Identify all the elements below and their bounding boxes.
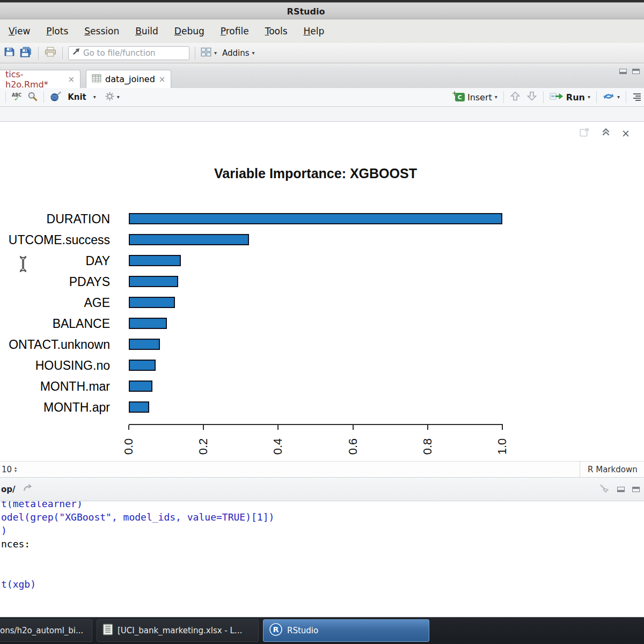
taskbar-item-ons-h2o-automl-bi-[interactable]: ons/h2o_automl_bi... [0,619,92,642]
document-type-selector[interactable]: R Markdown [580,462,644,477]
menu-build[interactable]: Build [135,26,158,36]
chart-category-label: MONTH.mar [40,379,110,393]
menu-tools[interactable]: Tools [265,26,288,36]
chevron-down-icon: ▾ [214,50,217,56]
go-next-chunk-icon[interactable] [526,91,537,104]
title-bar[interactable]: RStudio [0,0,644,19]
document-outline-icon[interactable] [632,93,641,101]
close-tab-icon[interactable]: × [159,75,166,84]
run-button[interactable]: Run ▾ [550,92,590,103]
table-icon [92,74,101,85]
print-icon[interactable] [44,47,57,59]
rstudio-window: RStudio ViewPlotsSessionBuildDebugProfil… [0,0,644,644]
axis-tick [277,425,279,430]
knit-button[interactable]: Knit ▾ [68,92,96,102]
close-tab-icon[interactable]: × [68,75,75,84]
goto-file-box[interactable] [68,46,189,60]
tab-tics-h2o-rmd-[interactable]: tics-h2o.Rmd*× [0,70,80,88]
insert-chunk-button[interactable]: +C Insert ▾ [455,92,497,103]
toolbar-separator [43,91,44,103]
console-output[interactable]: t(metalearner)odel(grep("XGBoost", model… [0,501,644,617]
maximize-pane-icon[interactable] [632,69,640,74]
console-line [1,564,644,577]
minimize-console-icon[interactable] [617,487,625,492]
chart-row: ONTACT.unknown [0,334,644,355]
axis-tick-label: 0.0 [122,438,136,455]
save-all-icon[interactable] [20,47,33,60]
toolbar-separator [596,91,597,103]
console-line: odel(grep("XGBoost", model_ids, value=TR… [1,510,644,524]
goto-directory-icon[interactable] [23,484,33,494]
chart-row: AGE [0,292,644,313]
search-icon[interactable] [27,91,38,104]
rerun-icon [603,92,614,103]
chart-bar [129,360,156,371]
menu-profile[interactable]: Profile [221,26,249,36]
variable-importance-chart: Variable Importance: XGBOOST DURATIONUTC… [0,122,644,461]
chart-bar [129,401,149,413]
text-cursor-pointer [18,255,28,275]
menu-help[interactable]: Help [304,26,325,36]
axis-tick [128,425,129,430]
chart-category-label: DURATION [47,211,110,226]
chart-row: DURATION [0,208,644,229]
chart-category-label: UTCOME.success [9,232,110,247]
maximize-console-icon[interactable] [632,487,640,492]
menu-view[interactable]: View [9,26,30,36]
knit-icon [50,91,62,104]
go-previous-chunk-icon[interactable] [510,91,521,104]
toolbar-separator [38,47,39,60]
tab-data-joined[interactable]: data_joined× [86,70,171,88]
insert-chunk-icon: +C [455,93,465,101]
axis-tick [502,425,503,430]
minimize-pane-icon[interactable] [619,69,627,74]
console-line: t(metalearner) [1,501,644,510]
insert-label: Insert [467,92,492,103]
addins-button[interactable]: Addins ▾ [222,48,255,58]
os-taskbar: ons/h2o_automl_bi...[UCI_bank_marketing.… [0,617,644,644]
editor-code-strip [0,107,644,122]
menu-debug[interactable]: Debug [174,26,204,36]
chart-bar [129,339,160,350]
spellcheck-icon[interactable]: ABC✓ [12,93,21,101]
menu-session[interactable]: Session [84,26,119,36]
chart-row: PDAYS [0,271,644,292]
chunk-output-area: × Variable Importance: XGBOOST DURATIONU… [0,122,644,461]
editor-tab-bar: tics-h2o.Rmd*×data_joined× [0,63,644,88]
window-title: RStudio [287,6,325,19]
rstudio-icon: R [269,623,283,639]
chart-x-axis: 0.00.20.40.60.81.0 [129,424,503,425]
chevron-down-icon: ▾ [588,94,590,100]
taskbar-item-rstudio[interactable]: RRStudio [263,619,429,642]
run-icon [550,92,564,103]
console-line [1,551,644,564]
menu-plots[interactable]: Plots [46,26,68,36]
chart-bar [129,297,175,308]
goto-arrow-icon [72,48,80,58]
chart-row: DAY [0,250,644,271]
chart-bar [129,255,181,266]
chunk-navigator[interactable]: 10 ▴▾ [0,465,17,474]
toolbar-separator [626,91,626,103]
axis-tick [203,425,204,430]
chunk-settings-button[interactable]: ▾ [105,92,120,103]
rerun-button[interactable]: ▾ [603,92,620,103]
chart-bars: DURATIONUTCOME.successDAYPDAYSAGEBALANCE… [0,208,644,418]
goto-file-input[interactable] [83,48,174,58]
chart-category-label: BALANCE [53,316,110,331]
axis-tick [353,425,354,430]
working-directory-path: op/ [0,485,16,494]
clear-console-broom-icon[interactable] [599,484,610,495]
tab-label: data_joined [105,74,155,84]
chart-row: MONTH.apr [0,397,644,418]
axis-tick [427,425,428,430]
chevron-down-icon: ▾ [617,94,620,100]
toolbar-separator [195,47,195,60]
taskbar-item--uci-bank-marketing-xlsx-l-[interactable]: [UCI_bank_marketing.xlsx - L... [97,619,259,642]
pane-layout-button[interactable]: ▾ [201,47,217,59]
taskbar-item-label: RStudio [287,626,318,635]
axis-tick-label: 0.2 [196,438,210,455]
save-icon[interactable] [4,47,14,59]
chart-category-label: ONTACT.unknown [9,337,110,352]
up-down-stepper-icon: ▴▾ [14,466,17,473]
